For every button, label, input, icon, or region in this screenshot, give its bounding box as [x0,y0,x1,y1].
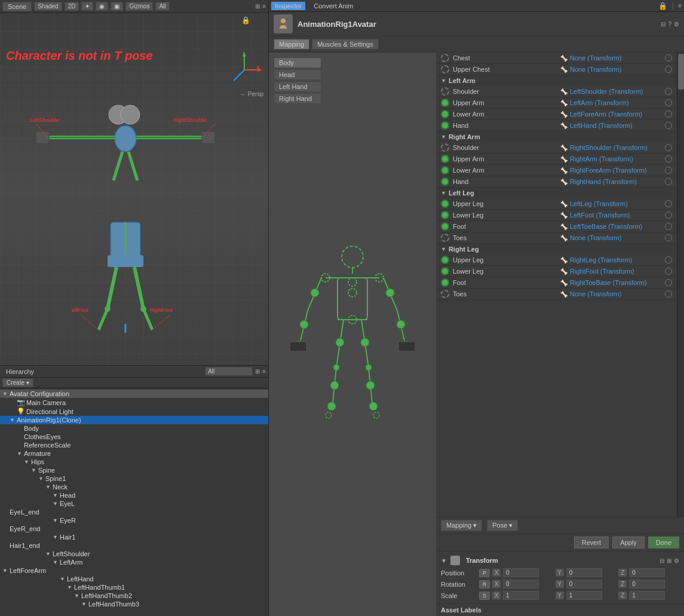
hierarchy-item[interactable]: ReferenceScale [0,441,268,449]
scrollbar-thumb[interactable] [678,54,684,90]
hierarchy-search[interactable] [205,367,253,376]
hierarchy-item[interactable]: ▼ Head [0,491,268,499]
hierarchy-item[interactable]: 📷 Main Camera [0,398,268,407]
inspector-tab[interactable]: Inspector [271,2,305,10]
scene-tab[interactable]: Scene [2,2,32,11]
rotation-y-input[interactable] [566,580,602,589]
mapping-circle-btn[interactable] [665,279,672,286]
pose-dropdown-btn[interactable]: Pose ▾ [487,520,518,531]
inspector-menu-btn[interactable]: ≡ [678,2,682,9]
hierarchy-item[interactable]: ▼ LeftHandThumb2 [0,592,268,600]
avatar-help-btn[interactable]: ? [668,21,671,27]
hierarchy-item[interactable]: ▼ LeftHandThumb3 [0,600,268,608]
gizmos-btn[interactable]: Gizmos [125,2,153,11]
scene-maximize-btn[interactable]: ⊞ [255,3,260,10]
avatar-settings-btn[interactable]: ⊟ [661,21,665,27]
position-p-btn[interactable]: P [479,569,490,577]
mapping-circle-btn[interactable] [665,234,672,241]
rotation-z-input[interactable] [629,580,665,589]
hierarchy-item[interactable]: ▼ Avatar Configuration [0,390,268,398]
mapping-circle-btn[interactable] [665,223,672,230]
search-all-btn[interactable]: All [155,2,169,11]
fx-btn[interactable]: ✦ [81,2,93,11]
mapping-circle-btn[interactable] [665,88,672,95]
scale-z-input[interactable] [629,591,665,600]
transform-gear-btn[interactable]: ⚙ [674,557,679,564]
revert-button[interactable]: Revert [574,537,609,548]
apply-button[interactable]: Apply [612,537,645,548]
2d-toggle[interactable]: 2D [65,2,79,11]
muscles-tab-btn[interactable]: Muscles & Settings [312,39,379,50]
hierarchy-item[interactable]: ▼ Spine [0,466,268,474]
convert-anim-tab[interactable]: Convert Anim [310,2,357,10]
mapping-circle-btn[interactable] [665,144,672,151]
mapping-circle-btn[interactable] [665,167,672,174]
hierarchy-item[interactable]: EyeR_end [0,525,268,533]
hierarchy-menu-btn[interactable]: ≡ [262,368,266,375]
hierarchy-item[interactable]: Hair1_end [0,541,268,550]
scale-s-btn[interactable]: S [479,592,490,600]
position-x-input[interactable] [503,568,539,577]
right-arm-header[interactable]: ▼ Right Arm [436,131,677,142]
mapping-circle-btn[interactable] [665,290,672,298]
mapping-circle-btn[interactable] [665,99,672,106]
body-btn-left-hand[interactable]: Left Hand [274,81,321,92]
hierarchy-item[interactable]: ClothesEyes [0,433,268,441]
hierarchy-tab[interactable]: Hierarchy [2,367,38,376]
right-leg-header[interactable]: ▼ Right Leg [436,244,677,255]
scene-menu-btn[interactable]: ≡ [262,3,266,10]
mapping-dropdown-btn[interactable]: Mapping ▾ [441,520,482,531]
left-arm-header[interactable]: ▼ Left Arm [436,75,677,86]
position-y-input[interactable] [566,568,602,577]
scale-y-input[interactable] [566,591,602,600]
rotation-r-btn[interactable]: R [479,580,490,589]
done-button[interactable]: Done [648,537,679,548]
hierarchy-item[interactable]: ▼ EyeR [0,516,268,525]
transform-presets-btn[interactable]: ⊞ [667,557,671,564]
mapping-circle-btn[interactable] [665,155,672,163]
hierarchy-item[interactable]: ▼ EyeL [0,499,268,508]
body-btn-head[interactable]: Head [274,69,321,80]
hierarchy-item[interactable]: ▼ LeftArm [0,558,268,566]
effects-btn[interactable]: ▣ [111,2,123,11]
hierarchy-item[interactable]: ▼ Spine1 [0,474,268,483]
mapping-circle-btn[interactable] [665,200,672,207]
transform-settings-btn[interactable]: ⊟ [660,557,664,564]
mapping-circle-btn[interactable] [665,256,672,263]
hierarchy-item[interactable]: EyeL_end [0,508,268,516]
scale-x-input[interactable] [503,591,539,600]
mapping-circle-btn[interactable] [665,122,672,129]
mapping-circle-btn[interactable] [665,111,672,118]
hierarchy-item[interactable]: ▼ Armature [0,449,268,458]
hierarchy-item[interactable]: ▼ Neck [0,483,268,491]
mapping-scrollbar[interactable] [677,53,684,517]
scene-character-top: RightShoulder LeftShoulder [30,91,221,222]
mapping-circle-btn[interactable] [665,66,672,73]
hierarchy-item[interactable]: ▼ Hips [0,458,268,466]
left-leg-header[interactable]: ▼ Left Leg [436,188,677,198]
hierarchy-item[interactable]: ▼ LeftHand [0,575,268,583]
shading-dropdown[interactable]: Shaded [34,2,62,11]
inspector-settings-btn[interactable]: ⋮ [670,2,676,9]
rotation-x-input[interactable] [503,580,539,589]
audio-btn[interactable]: ◉ [96,2,108,11]
create-button[interactable]: Create ▾ [2,378,33,387]
mapping-circle-btn[interactable] [665,178,672,185]
hierarchy-item[interactable]: 💡 Directional Light [0,407,268,416]
avatar-gear-btn[interactable]: ⚙ [674,21,679,27]
mapping-circle-btn[interactable] [665,268,672,275]
hierarchy-item[interactable]: ▼ LeftShoulder [0,550,268,558]
body-btn-right-hand[interactable]: Right Hand [274,93,321,104]
body-btn-body[interactable]: Body [274,57,321,68]
hierarchy-item[interactable]: Body [0,424,268,433]
hierarchy-item[interactable]: ▼ LeftForeArm [0,566,268,575]
mapping-circle-btn[interactable] [665,54,672,62]
position-z-input[interactable] [629,568,665,577]
transform-toggle[interactable]: ▼ [441,557,447,564]
mapping-tab-btn[interactable]: Mapping [274,39,309,50]
mapping-circle-btn[interactable] [665,212,672,219]
hierarchy-item[interactable]: ▼ AnimationRig1(Clone) [0,416,268,424]
hierarchy-maximize-btn[interactable]: ⊞ [255,368,260,375]
hierarchy-item[interactable]: ▼ Hair1 [0,533,268,541]
hierarchy-item[interactable]: ▼ LeftHandThumb1 [0,583,268,592]
